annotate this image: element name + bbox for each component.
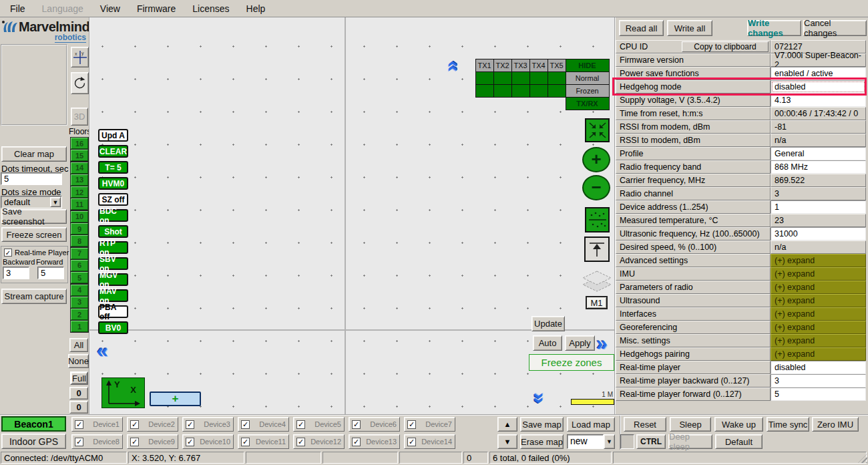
tx-header-tx2[interactable]: TX2 [493,59,512,72]
device-toggle-device11[interactable]: ✓Device11 [238,434,289,449]
device-toggle-device5[interactable]: ✓Device5 [293,417,345,432]
device-toggle-device7[interactable]: ✓Device7 [404,417,455,432]
mode-button-shot[interactable]: Shot [98,225,128,238]
menu-file[interactable]: File [5,1,30,16]
axis-view-button[interactable]: xy [71,47,89,67]
menu-view[interactable]: View [95,1,125,16]
save-screenshot-button[interactable]: Save screenshot [1,209,67,224]
menu-help[interactable]: Help [242,1,270,16]
param-value-power-save-functions[interactable]: enabled / active [771,67,866,80]
floor-button-12[interactable]: 12 [71,186,88,198]
checkbox-checked-icon[interactable]: ✓ [352,420,361,429]
tx-header-tx4[interactable]: TX4 [529,59,548,72]
map-select-dropdown-arrow-icon[interactable]: ▼ [604,434,615,449]
tx-cell[interactable] [529,71,548,85]
floors-full-button[interactable]: Full [70,371,88,385]
mode-button-pba-off[interactable]: PBA off [98,305,128,318]
device-toggle-device9[interactable]: ✓Device9 [127,434,178,449]
tx-normal-button[interactable]: Normal [566,71,610,85]
floors-all-button[interactable]: All [69,338,88,352]
param-value-hedgehogs-pairing[interactable]: (+) expand [771,347,866,361]
mode-button-hvm0[interactable]: HVM0 [98,177,128,190]
mode-button-mgv-on[interactable]: MGV on [98,273,128,286]
param-value-parameters-of-radio[interactable]: (+) expand [771,281,866,294]
pan-up-icon[interactable]: « [447,61,461,68]
tx-cell[interactable] [548,71,566,85]
floor-button-3[interactable]: 3 [71,297,88,308]
param-value-ultrasonic-frequency-hz-100-65000[interactable]: 31000 [771,227,866,241]
param-value-advanced-settings[interactable]: (+) expand [771,254,866,267]
menu-licenses[interactable]: Licenses [188,1,234,16]
param-value-real-time-player[interactable]: disabled [771,361,866,374]
device-toggle-device8[interactable]: ✓Device8 [71,434,123,449]
param-value-ultrasound[interactable]: (+) expand [771,294,866,307]
map-select[interactable]: new [567,434,604,449]
pan-right-icon[interactable]: » [596,336,604,351]
tx-cell[interactable] [493,71,512,85]
checkbox-checked-icon[interactable]: ✓ [296,438,305,446]
load-map-button[interactable]: Load map [567,417,615,432]
floor-button-4[interactable]: 4 [71,285,88,296]
mode-button-clear[interactable]: CLEAR [98,145,128,158]
menu-firmware[interactable]: Firmware [132,1,180,16]
checkbox-checked-icon[interactable]: ✓ [296,420,305,429]
freeze-zones-button[interactable]: Freeze zones [529,354,614,371]
tx-cell[interactable] [529,84,548,98]
add-submap-button[interactable]: + [150,392,201,406]
mode-button-bv0[interactable]: BV0 [98,321,128,334]
tx-txrx-button[interactable]: TX/RX [566,97,610,110]
default-button[interactable]: Default [715,434,763,449]
param-value-supply-voltage-v-3-5-4-2[interactable]: 4.13 [771,94,866,107]
checkbox-checked-icon[interactable]: ✓ [186,438,194,446]
checkbox-checked-icon[interactable]: ✓ [241,438,250,446]
ctrl-button[interactable]: CTRL [636,434,666,449]
devices-scroll-down-button[interactable]: ▼ [497,434,517,449]
device-toggle-device13[interactable]: ✓Device13 [349,434,400,449]
device-toggle-device3[interactable]: ✓Device3 [182,417,234,432]
checkbox-checked-icon[interactable]: ✓ [407,420,416,429]
forward-input[interactable]: 5 [37,267,64,279]
reset-button[interactable]: Reset [624,417,666,432]
floor-button-2[interactable]: 2 [71,309,88,320]
floor-button-16[interactable]: 16 [71,138,88,149]
floor-button-7[interactable]: 7 [71,248,88,259]
floor-button-9[interactable]: 9 [71,223,88,235]
checkbox-checked-icon[interactable]: ✓ [352,438,361,446]
erase-map-button[interactable]: Erase map [520,434,564,449]
floor-button-10[interactable]: 10 [71,211,88,222]
checkbox-checked-icon[interactable]: ✓ [407,438,416,446]
tx-cell[interactable] [475,84,494,98]
device-toggle-device1[interactable]: ✓Device1 [71,417,123,432]
apply-button[interactable]: Apply [565,335,595,351]
mode-button-sbv-on[interactable]: SBV on [98,257,128,270]
mode-button-t-5[interactable]: T= 5 [98,161,128,174]
zoom-out-icon[interactable]: − [582,175,610,200]
floor-button-11[interactable]: 11 [71,198,88,210]
mode-button-rtp-on[interactable]: RTP on [98,241,128,254]
floor-button-13[interactable]: 13 [71,174,88,186]
auto-button[interactable]: Auto [533,335,562,351]
realtime-player-checkbox[interactable]: ✓ [4,249,12,257]
layers-icon[interactable] [582,269,612,295]
floor-button-14[interactable]: 14 [71,162,88,174]
cancel-changes-button[interactable]: Cancel changes [803,20,867,36]
tx-cell[interactable] [475,71,494,85]
fit-to-screen-icon[interactable] [585,118,610,142]
devices-scroll-up-button[interactable]: ▲ [497,417,517,432]
floor-button-1[interactable]: 1 [71,321,88,332]
param-value-profile[interactable]: General [771,147,866,160]
clear-map-button[interactable]: Clear map [1,146,67,162]
sleep-button[interactable]: Sleep [670,417,711,432]
wake-up-button[interactable]: Wake up [714,417,763,432]
upload-map-icon[interactable] [584,237,610,262]
tx-cell[interactable] [511,84,530,98]
ctrl-checkbox[interactable] [620,434,634,449]
floor-button-6[interactable]: 6 [71,260,88,271]
dots-size-dropdown-arrow-icon[interactable]: ▼ [50,197,61,207]
zero-imu-button[interactable]: Zero IMU [812,417,859,432]
copy-to-clipboard-button[interactable]: Copy to clipboard [682,41,769,52]
indoor-gps-tab[interactable]: Indoor GPS [1,434,66,449]
tx-header-tx1[interactable]: TX1 [475,59,494,72]
checkbox-checked-icon[interactable]: ✓ [75,420,83,429]
param-value-interfaces[interactable]: (+) expand [771,307,866,321]
